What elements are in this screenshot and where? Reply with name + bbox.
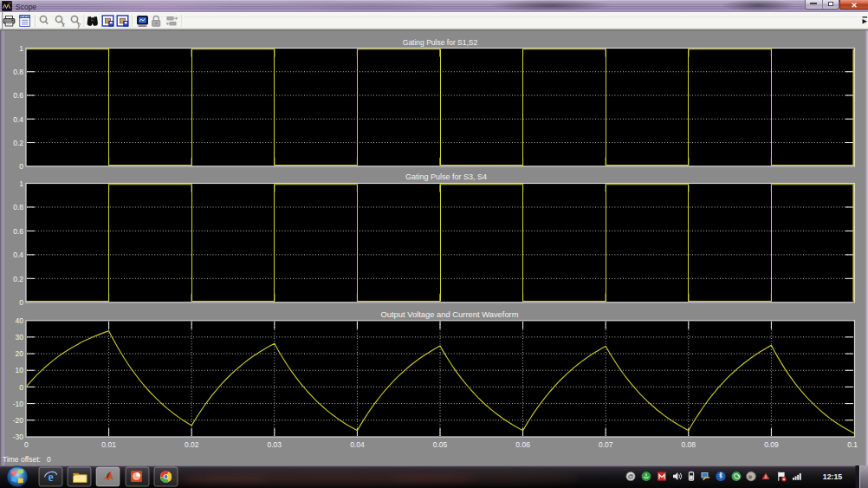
svg-text:0.8: 0.8 — [13, 203, 23, 211]
svg-text:-20: -20 — [13, 416, 24, 425]
svg-text:Output Voltage and Current Wav: Output Voltage and Current Waveform — [380, 309, 518, 319]
svg-text:0: 0 — [19, 383, 23, 392]
svg-text:0: 0 — [19, 162, 23, 171]
svg-text:0.02: 0.02 — [185, 440, 199, 449]
svg-text:0.4: 0.4 — [13, 115, 23, 124]
svg-text:0: 0 — [19, 298, 23, 307]
svg-text:0.05: 0.05 — [433, 440, 448, 449]
svg-text:0.01: 0.01 — [101, 440, 116, 449]
svg-text:20: 20 — [16, 349, 24, 358]
svg-text:0.04: 0.04 — [350, 440, 365, 449]
svg-text:1: 1 — [19, 179, 23, 188]
svg-text:0.06: 0.06 — [515, 440, 530, 449]
svg-text:0.09: 0.09 — [764, 440, 779, 449]
svg-text:Gating Pulse for S3, S4: Gating Pulse for S3, S4 — [405, 172, 487, 181]
svg-text:30: 30 — [16, 333, 24, 342]
svg-text:0.08: 0.08 — [682, 440, 696, 449]
svg-text:40: 40 — [16, 316, 24, 325]
svg-text:0.4: 0.4 — [13, 251, 23, 259]
svg-text:-30: -30 — [13, 433, 24, 441]
svg-text:0: 0 — [24, 440, 29, 449]
svg-text:@: @ — [627, 473, 633, 479]
svg-text:0.07: 0.07 — [599, 440, 613, 449]
svg-text:0.6: 0.6 — [13, 91, 23, 100]
svg-text:0: 0 — [47, 455, 51, 464]
svg-text:-10: -10 — [13, 400, 24, 408]
svg-text:12:15: 12:15 — [823, 472, 843, 481]
svg-text:Time offset:: Time offset: — [3, 455, 41, 464]
svg-text:0.2: 0.2 — [13, 275, 23, 283]
svg-text:0.6: 0.6 — [13, 227, 23, 236]
svg-text:1: 1 — [19, 44, 23, 53]
svg-text:0.2: 0.2 — [13, 139, 23, 147]
svg-text:0.8: 0.8 — [13, 68, 23, 76]
svg-text:0.1: 0.1 — [847, 440, 858, 449]
svg-text:x: x — [61, 22, 65, 28]
svg-text:y: y — [76, 22, 81, 29]
svg-text:10: 10 — [16, 366, 24, 374]
svg-text:0.03: 0.03 — [268, 440, 282, 449]
svg-text:Gating Pulse for S1,S2: Gating Pulse for S1,S2 — [403, 38, 478, 47]
